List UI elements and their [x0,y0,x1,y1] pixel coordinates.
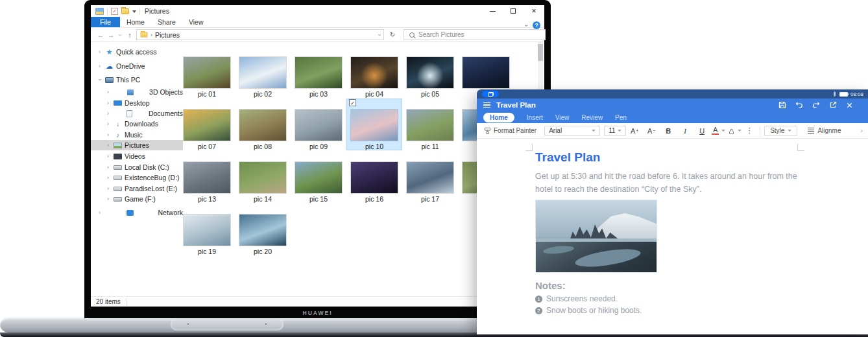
help-icon[interactable]: ? [533,21,540,29]
sidebar-item-documents[interactable]: › Documents [91,108,183,119]
sidebar-item-paradiselost-e[interactable]: › ParadiseLost (E:) [91,183,183,194]
chevron-right-icon[interactable]: › [105,174,111,181]
grow-font-button[interactable]: A+ [626,127,643,135]
sidebar-item-network[interactable]: › Network [91,207,183,218]
chevron-right-icon[interactable]: › [105,89,111,95]
sidebar-item-onedrive[interactable]: › ☁ OneDrive [91,61,183,71]
sidebar-item-3d-objects[interactable]: › 3D Objects [91,87,183,97]
font-select[interactable]: Arial [544,126,600,136]
checkbox-icon[interactable]: ✓ [349,99,356,106]
sidebar-item-videos[interactable]: › Videos [91,151,183,161]
chevron-right-icon[interactable]: › [97,49,102,55]
scrollbar-thumb[interactable] [538,44,543,61]
refresh-icon[interactable]: ↻ [385,31,400,38]
chevron-right-icon[interactable]: › [105,185,111,192]
sidebar-item-game-f[interactable]: › Game (F:) [91,194,183,204]
toolbar-overflow-icon[interactable]: › [861,127,865,134]
tab-home[interactable]: Home [483,113,514,122]
toolbar-caret-icon[interactable] [132,10,136,15]
share-icon[interactable] [828,100,838,110]
file-item-pic-04[interactable]: ✓ pic 04 [346,46,402,98]
chevron-right-icon[interactable]: › [97,63,102,69]
chevron-right-icon[interactable]: › [105,132,111,138]
document-area[interactable]: Travel Plan Get up at 5:30 and hit the r… [477,139,868,334]
file-item-pic-16[interactable]: ✓ pic 16 [346,151,402,203]
tab-share[interactable]: Share [151,17,182,27]
tab-view[interactable]: View [555,114,570,121]
window-title-bar[interactable]: ✓ Pictures × [91,5,544,17]
expand-ribbon-icon[interactable]: › [523,24,530,26]
chevron-right-icon[interactable]: › [97,209,102,216]
sidebar-item-downloads[interactable]: › ↓ Downloads [91,119,183,129]
chevron-right-icon[interactable]: › [105,142,111,148]
file-item-pic-10[interactable]: ✓ pic 10 [346,99,402,150]
close-button[interactable]: × [524,5,544,17]
save-icon[interactable] [778,100,787,110]
font-size-select[interactable]: 11 [604,126,626,136]
file-item-pic-15[interactable]: ✓ pic 15 [291,151,346,203]
bold-button[interactable]: B [660,127,677,135]
shrink-font-button[interactable]: A− [643,127,660,135]
address-dropdown-icon[interactable]: › [376,34,383,36]
search-input[interactable] [418,31,545,38]
more-options-button[interactable]: ⋮ [743,126,756,135]
sidebar-item-music[interactable]: › ♪ Music [91,130,183,140]
format-painter-button[interactable]: Format Painter [480,127,540,135]
new-folder-icon[interactable] [121,8,129,14]
menu-icon[interactable] [483,101,490,110]
file-item-pic-02[interactable]: ✓ pic 02 [235,46,291,98]
highlight-button[interactable] [728,127,741,135]
forward-icon[interactable]: → [106,31,115,39]
redo-icon[interactable] [812,100,821,110]
search-box[interactable] [404,29,546,40]
undo-icon[interactable] [795,100,804,110]
sidebar-item-quick-access[interactable]: › ★ Quick access [91,47,183,57]
file-item-pic-13[interactable]: ✓ pic 13 [179,151,235,203]
minimize-button[interactable] [482,5,503,17]
quick-access-check-icon[interactable]: ✓ [111,8,118,15]
italic-button[interactable]: I [677,127,693,135]
tab-home[interactable]: Home [120,17,151,27]
chevron-right-icon[interactable]: › [105,121,111,127]
font-color-button[interactable]: A [712,126,725,135]
app-title-bar[interactable]: Travel Plan [477,99,868,111]
recent-locations-icon[interactable]: › [117,32,123,38]
tab-file[interactable]: File [91,17,120,27]
breadcrumb[interactable]: Pictures [155,31,180,39]
sidebar-item-this-pc[interactable]: › This PC [91,75,183,85]
maximize-button[interactable] [503,5,524,17]
chevron-right-icon[interactable]: › [105,196,111,202]
file-item-pic-01[interactable]: ✓ pic 01 [179,46,235,98]
sidebar-item-pictures[interactable]: › Pictures [91,140,183,150]
chevron-right-icon[interactable]: › [105,164,111,170]
file-item-pic-20[interactable]: ✓ pic 20 [235,203,291,255]
up-icon[interactable]: ↑ [125,31,135,39]
chevron-right-icon[interactable]: › [105,153,111,159]
chevron-right-icon[interactable]: › [97,77,103,83]
file-item-pic-05[interactable]: ✓ pic 05 [402,46,458,98]
style-button[interactable]: Style [764,126,797,136]
alignment-button[interactable]: Alignme › [808,127,865,135]
sidebar-item-desktop[interactable]: › Desktop [91,98,183,108]
file-item-pic-17[interactable]: ✓ pic 17 [402,151,458,203]
back-icon[interactable]: ← [96,31,105,39]
tab-insert[interactable]: Insert [527,114,543,121]
doc-photo[interactable] [535,200,657,273]
chevron-right-icon[interactable]: › [105,100,111,106]
multi-window-icon[interactable] [482,91,499,97]
tab-review[interactable]: Review [581,114,603,121]
file-item-pic-11[interactable]: ✓ pic 11 [402,99,458,150]
address-bar[interactable]: › Pictures › [136,29,384,40]
close-icon[interactable] [845,101,854,110]
file-item-pic-14[interactable]: ✓ pic 14 [235,151,291,203]
file-item-pic-19[interactable]: ✓ pic 19 [179,203,235,255]
file-item-pic-03[interactable]: ✓ pic 03 [291,46,346,98]
tab-view[interactable]: View [182,17,210,27]
tab-pen[interactable]: Pen [615,114,627,121]
file-item-pic-09[interactable]: ✓ pic 09 [291,99,346,150]
underline-button[interactable]: U [693,127,710,135]
sidebar-item-local-disk-c[interactable]: › Local Disk (C:) [91,162,183,172]
file-item-pic-08[interactable]: ✓ pic 08 [235,99,291,150]
sidebar-item-existencebug-d[interactable]: › ExistenceBug (D:) [91,172,183,183]
file-item-pic-07[interactable]: ✓ pic 07 [179,99,235,150]
